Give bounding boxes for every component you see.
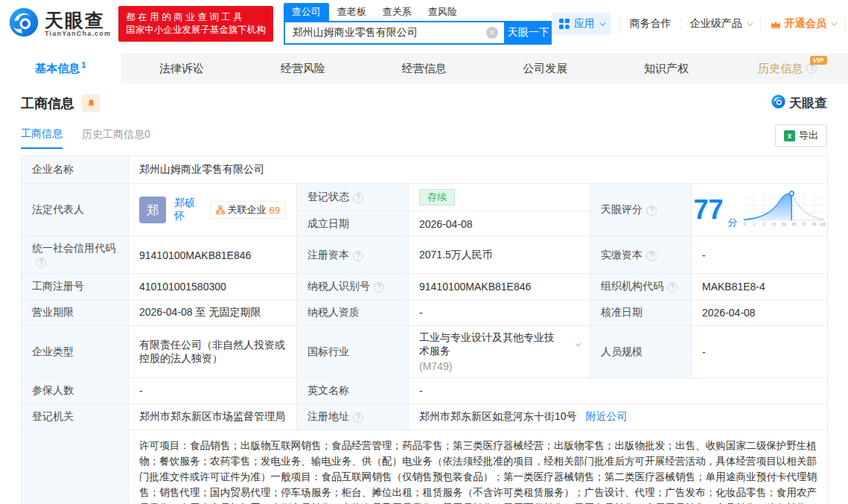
related-companies-badge[interactable]: 关联企业 69 (210, 201, 286, 219)
top-menu: 应用 商务合作 企业级产品 开通会员 (552, 13, 848, 35)
crown-icon (770, 19, 782, 29)
table-row: 参保人数 - 英文名称 - (22, 378, 828, 404)
establish-date-label: 成立日期 (297, 211, 409, 237)
tianyancha-logo[interactable]: 天眼查 TianYanCha.com (7, 6, 111, 42)
watermark-logo-icon (771, 94, 786, 112)
help-icon[interactable]: ? (646, 205, 657, 216)
business-term-label: 营业期限 (22, 300, 129, 326)
search-tab-relation[interactable]: 查关系 (374, 3, 420, 21)
logo-title: 天眼查 (45, 10, 111, 30)
table-row: 工商注册号 410101001580300 纳税人识别号? 91410100MA… (22, 274, 828, 300)
industry-name: 工业与专业设计及其他专业技术服务 (419, 331, 565, 358)
export-label: 导出 (799, 129, 818, 142)
english-name-label: 英文名称 (297, 378, 409, 404)
help-icon[interactable]: ? (36, 258, 46, 268)
legal-rep-name-link[interactable]: 郑硕怀 (174, 197, 203, 223)
reg-number-label: 工商注册号 (22, 274, 129, 300)
subtab-business-registration[interactable]: 工商信息 (21, 127, 63, 149)
clear-icon[interactable]: × (486, 27, 498, 39)
english-name-value: - (409, 378, 828, 404)
legal-rep-cell: 郑 郑硕怀 关联企业 69 (129, 184, 297, 237)
cooperation-menu[interactable]: 商务合作 (630, 17, 672, 31)
paid-capital-label: 实缴资本? (590, 237, 692, 274)
top-header: 天眼查 TianYanCha.com 都在用的商业查询工具 国家中小企业发展子基… (0, 0, 848, 48)
credit-code-value: 91410100MAKB81E846 (129, 237, 297, 274)
tab-company-development[interactable]: 公司发展 (485, 54, 606, 83)
tab-history-info-label: 历史信息 (758, 62, 803, 76)
slogan-line1: 都在用的商业查询工具 (126, 11, 266, 24)
svg-text:3: 3 (762, 223, 765, 226)
vip-label: 开通会员 (785, 17, 826, 31)
help-icon[interactable]: ? (374, 282, 384, 293)
score-distribution-chart: 0 1 3 15 50 85 97 99 100 (742, 188, 826, 232)
company-name-label: 企业名称 (22, 156, 129, 184)
insured-value: - (129, 378, 297, 404)
taxpayer-id-value: 91410100MAKB81E846 (409, 274, 590, 300)
reg-status-value: 存续 (409, 184, 590, 211)
subtab-history-registration[interactable]: 历史工商信息0 (82, 128, 150, 148)
reg-capital-label: 注册资本? (297, 237, 409, 274)
search-tab-boss[interactable]: 查老板 (329, 3, 374, 21)
chevron-down-icon[interactable] (576, 341, 581, 347)
org-code-value: MAKB81E8-4 (692, 274, 828, 300)
help-icon[interactable]: ? (353, 251, 363, 261)
staff-size-label: 人员规模 (590, 326, 692, 378)
business-term-value: 2026-04-08 至 无固定期限 (129, 300, 297, 326)
tab-basic-info[interactable]: 基本信息 1 (0, 54, 121, 83)
tab-legal-litigation[interactable]: 法律诉讼 (121, 54, 243, 83)
subscribe-bell-icon[interactable] (82, 95, 100, 112)
search-input[interactable] (285, 22, 504, 43)
reg-capital-value: 2071.5万人民币 (409, 237, 590, 274)
tab-basic-info-label: 基本信息 (35, 62, 80, 76)
section-title: 工商信息 (21, 95, 74, 112)
svg-text:97: 97 (802, 223, 806, 226)
svg-text:0: 0 (743, 223, 745, 226)
help-icon[interactable]: ? (667, 282, 678, 293)
reg-authority-value: 郑州市郑东新区市场监督管理局 (129, 404, 297, 430)
reg-address-value: 郑州市郑东新区如意河东十街10号 附近公司 (409, 404, 828, 430)
search-button[interactable]: 天眼一下 (506, 21, 552, 45)
establish-date-value: 2026-04-08 (409, 211, 590, 237)
score-marker-pin (789, 191, 794, 196)
search-tab-company[interactable]: 查公司 (284, 3, 329, 21)
tab-business-info[interactable]: 经营信息 (363, 54, 485, 83)
score-label: 天眼评分? (590, 184, 692, 237)
table-row: 营业期限 2026-04-08 至 无固定期限 纳税人资质 - 核准日期 202… (22, 300, 828, 326)
taxpayer-quality-label: 纳税人资质 (297, 300, 409, 326)
taxpayer-quality-value: - (409, 300, 590, 326)
help-icon[interactable]: ? (353, 193, 363, 203)
vip-badge: VIP (810, 56, 828, 65)
insured-label: 参保人数 (22, 378, 129, 404)
watermark-text: 天眼查 (789, 95, 827, 112)
org-chart-icon (216, 205, 225, 214)
tab-history-info[interactable]: VIP 历史信息 ? (727, 54, 848, 83)
help-icon[interactable]: ? (353, 412, 363, 423)
apps-menu[interactable]: 应用 (552, 13, 611, 35)
apps-label: 应用 (574, 17, 595, 31)
svg-text:85: 85 (791, 223, 796, 226)
tab-intellectual-property[interactable]: 知识产权 (606, 54, 727, 83)
vip-menu[interactable]: 开通会员 (770, 17, 835, 31)
logo-domain: TianYanCha.com (45, 30, 111, 37)
table-row: 企业类型 有限责任公司（非自然人投资或控股的法人独资） 国标行业 工业与专业设计… (22, 326, 828, 378)
help-icon[interactable]: ? (806, 63, 817, 74)
enterprise-menu[interactable]: 企业级产品 (690, 17, 751, 31)
subtab-history-label: 历史工商信息 (82, 128, 144, 140)
score-unit: 分 (728, 216, 738, 229)
company-name-value: 郑州山姆商业零售有限公司 (129, 156, 828, 184)
table-row: 企业名称 郑州山姆商业零售有限公司 (22, 156, 828, 184)
company-type-value: 有限责任公司（非自然人投资或控股的法人独资） (129, 326, 297, 378)
search-tab-risk[interactable]: 查风险 (420, 3, 465, 21)
help-icon[interactable]: ? (646, 251, 657, 261)
tab-business-risk[interactable]: 经营风险 (242, 54, 363, 83)
export-button[interactable]: x 导出 (775, 124, 827, 147)
company-nav-tabs: 基本信息 1 法律诉讼 经营风险 经营信息 公司发展 知识产权 VIP 历史信息… (0, 54, 848, 83)
related-companies-label: 关联企业 (228, 203, 267, 217)
nearby-companies-link[interactable]: 附近公司 (585, 410, 627, 422)
svg-text:100: 100 (820, 223, 826, 226)
excel-icon: x (784, 130, 795, 141)
svg-text:50: 50 (782, 223, 786, 226)
slogan-line2: 国家中小企业发展子基金旗下机构 (126, 24, 266, 36)
status-badge: 存续 (419, 189, 455, 205)
legal-rep-avatar[interactable]: 郑 (139, 197, 166, 223)
